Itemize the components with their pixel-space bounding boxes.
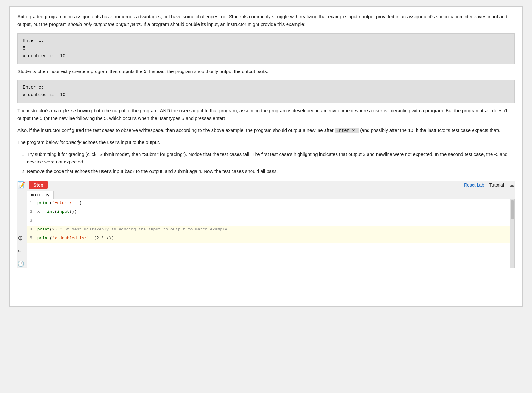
scrollbar[interactable]: [510, 199, 514, 268]
tutorial-button[interactable]: Tutorial: [489, 182, 504, 187]
code-line-5[interactable]: 5 print('x doubled is:', (2 * x)): [27, 235, 510, 243]
toolbar-right: Reset Lab Tutorial ☁: [464, 181, 515, 188]
code-block-2-line-2: x doubled is: 10: [23, 91, 509, 99]
code-block-1-line-3: x doubled is: 10: [23, 52, 509, 60]
code-line-2[interactable]: 2 x = int(input()): [27, 208, 510, 217]
line-code-4: print(x) # Student mistakenly is echoing…: [37, 226, 510, 233]
line-number-2: 2: [27, 208, 37, 215]
code-line-1[interactable]: 1 print('Enter x: '): [27, 199, 510, 208]
line-code-3: [37, 217, 510, 224]
intro-paragraph-1: Auto-graded programming assignments have…: [17, 13, 515, 28]
main-content: Auto-graded programming assignments have…: [9, 6, 523, 307]
code-lines: 1 print('Enter x: ') 2 x = int(input()): [27, 199, 510, 243]
line-code-5: print('x doubled is:', (2 * x)): [37, 235, 510, 242]
intro-paragraph-3: The instructor's example is showing both…: [17, 107, 515, 122]
intro-paragraph-4: Also, if the instructor configured the t…: [17, 126, 515, 134]
editor-toolbar: 📝 Stop Reset Lab Tutorial ☁: [17, 181, 515, 189]
inline-code-enter-x: Enter x:: [335, 128, 359, 133]
doc-icon[interactable]: 📝: [17, 181, 25, 189]
editor-wrapper: 1 print('Enter x: ') 2 x = int(input()): [27, 199, 515, 268]
editor-content: 1 print('Enter x: ') 2 x = int(input()): [27, 199, 510, 268]
bottom-area: [17, 268, 515, 300]
code-block-1-line-1: Enter x:: [23, 37, 509, 45]
toolbar-left: 📝 Stop: [17, 181, 48, 189]
intro-paragraph-2: Students often incorrectly create a prog…: [17, 68, 515, 75]
code-line-3[interactable]: 3: [27, 217, 510, 226]
scrollbar-thumb: [511, 200, 514, 219]
code-line-4[interactable]: 4 print(x) # Student mistakenly is echoi…: [27, 226, 510, 235]
editor-section: 📝 Stop Reset Lab Tutorial ☁ ⚙ ↵ 🕐 main.p…: [17, 181, 515, 300]
cloud-icon: ☁: [509, 181, 515, 188]
code-block-2-line-1: Enter x:: [23, 84, 509, 91]
code-block-2: Enter x: x doubled is: 10: [17, 80, 515, 103]
clock-icon[interactable]: 🕐: [17, 260, 24, 267]
line-number-5: 5: [27, 235, 37, 242]
code-block-1-line-2: 5: [23, 45, 509, 52]
reset-lab-button[interactable]: Reset Lab: [464, 182, 484, 187]
intro-paragraph-5: The program below incorrectly echoes the…: [17, 138, 515, 146]
stop-button[interactable]: Stop: [29, 181, 48, 189]
line-number-1: 1: [27, 199, 37, 206]
history-icon[interactable]: ↵: [17, 248, 24, 255]
line-number-4: 4: [27, 226, 37, 233]
settings-icon[interactable]: ⚙: [17, 234, 24, 242]
line-code-1: print('Enter x: '): [37, 199, 510, 206]
list-item-2: Remove the code that echoes the user's i…: [27, 168, 515, 175]
instructions-list: Try submitting it for grading (click "Su…: [17, 150, 515, 175]
file-tab[interactable]: main.py: [27, 191, 54, 199]
code-block-1: Enter x: 5 x doubled is: 10: [17, 33, 515, 64]
list-item-1: Try submitting it for grading (click "Su…: [27, 150, 515, 166]
page-container: Auto-graded programming assignments have…: [0, 0, 532, 393]
line-code-2: x = int(input()): [37, 208, 510, 215]
line-number-3: 3: [27, 217, 37, 224]
